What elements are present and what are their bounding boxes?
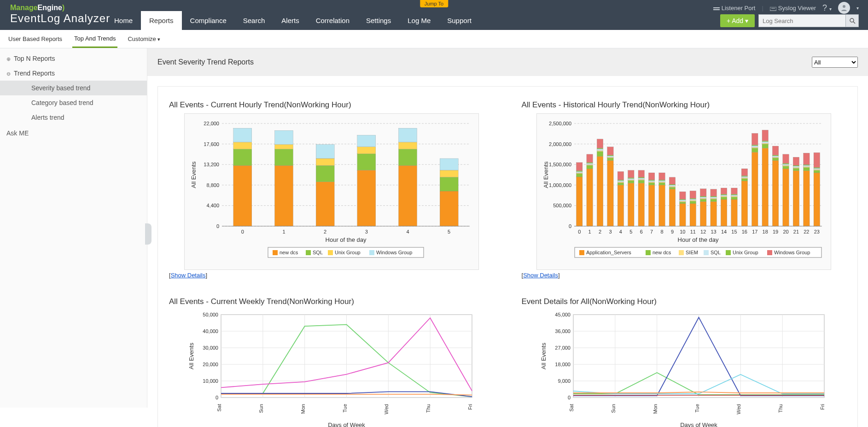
svg-text:10,000: 10,000 xyxy=(203,378,218,384)
svg-rect-110 xyxy=(628,180,634,181)
svg-text:20: 20 xyxy=(783,229,789,234)
chart-card-c1: All Events - Current Hourly Trend(NonWor… xyxy=(169,100,494,279)
svg-rect-150 xyxy=(690,204,696,226)
svg-text:All Events: All Events xyxy=(542,161,549,188)
svg-rect-144 xyxy=(680,202,686,204)
svg-rect-175 xyxy=(721,194,727,195)
log-search-input[interactable] xyxy=(758,14,846,27)
subnav-top-and-trends[interactable]: Top And Trends xyxy=(72,30,117,48)
svg-rect-2 xyxy=(770,7,776,11)
filter-select[interactable]: All xyxy=(812,57,858,68)
svg-rect-229 xyxy=(804,167,810,168)
sidebar-leaf-category-based-trend[interactable]: Category based trend xyxy=(0,95,147,110)
help-menu[interactable]: ? ▾ xyxy=(822,3,832,13)
svg-rect-27 xyxy=(274,130,293,144)
svg-rect-211 xyxy=(773,146,779,155)
svg-rect-185 xyxy=(741,181,747,226)
svg-rect-20 xyxy=(233,149,252,165)
svg-text:13,200: 13,200 xyxy=(204,162,219,167)
nav-tab-support[interactable]: Support xyxy=(439,11,480,30)
listener-port-link[interactable]: Listener Port xyxy=(713,5,756,12)
svg-rect-26 xyxy=(274,145,293,149)
svg-rect-75 xyxy=(577,173,583,174)
chart-title: Event Details for All(NonWorking Hour) xyxy=(522,297,847,306)
svg-rect-160 xyxy=(700,197,706,199)
add-button[interactable]: + Add xyxy=(720,14,755,27)
svg-rect-105 xyxy=(618,180,623,181)
svg-rect-208 xyxy=(773,157,779,158)
sidebar-leaf-severity-based-trend[interactable]: Severity based trend xyxy=(0,81,147,95)
syslog-viewer-link[interactable]: Syslog Viewer xyxy=(770,5,816,12)
user-avatar[interactable] xyxy=(838,2,850,14)
svg-rect-228 xyxy=(804,167,810,170)
svg-rect-190 xyxy=(741,169,747,175)
svg-text:17,600: 17,600 xyxy=(204,141,219,147)
svg-rect-36 xyxy=(357,147,376,154)
svg-text:2: 2 xyxy=(599,229,601,234)
svg-text:Days of Week: Days of Week xyxy=(680,421,717,427)
sidebar-leaf-alerts-trend[interactable]: Alerts trend xyxy=(0,110,147,125)
show-details-link[interactable]: Show Details xyxy=(171,272,206,279)
svg-rect-113 xyxy=(628,170,634,178)
sidebar-node-trend-reports[interactable]: ⊖Trend Reports xyxy=(0,66,147,81)
nav-tab-alerts[interactable]: Alerts xyxy=(273,11,307,30)
svg-rect-137 xyxy=(669,187,675,189)
ask-me-link[interactable]: Ask ME xyxy=(0,125,147,141)
svg-rect-76 xyxy=(577,171,583,173)
svg-rect-182 xyxy=(731,194,737,195)
sidebar-collapse-handle[interactable] xyxy=(145,223,151,245)
svg-rect-141 xyxy=(669,177,675,184)
user-menu-caret[interactable]: ▾ xyxy=(856,6,859,11)
svg-text:0: 0 xyxy=(569,223,571,229)
svg-text:20,000: 20,000 xyxy=(203,362,218,367)
jump-to-button[interactable]: Jump To xyxy=(420,0,448,7)
svg-rect-196 xyxy=(752,145,758,146)
sidebar-node-top-n-reports[interactable]: ⊕Top N Reports xyxy=(0,51,147,66)
svg-rect-236 xyxy=(814,170,820,170)
svg-text:17: 17 xyxy=(752,229,757,234)
svg-rect-85 xyxy=(587,154,593,163)
show-details-link[interactable]: Show Details xyxy=(523,272,558,279)
subnav-user-based-reports[interactable]: User Based Reports xyxy=(6,31,64,47)
main-nav: HomeReportsComplianceSearchAlertsCorrela… xyxy=(106,11,480,30)
svg-rect-203 xyxy=(762,140,768,141)
nav-tab-correlation[interactable]: Correlation xyxy=(308,11,358,30)
svg-text:Wed: Wed xyxy=(736,404,742,414)
svg-rect-112 xyxy=(628,178,634,179)
svg-rect-101 xyxy=(618,185,623,226)
svg-text:4,400: 4,400 xyxy=(206,203,219,208)
svg-rect-47 xyxy=(440,158,458,170)
nav-tab-log-me[interactable]: Log Me xyxy=(399,11,439,30)
svg-rect-216 xyxy=(783,164,789,165)
page-title: Event Severity Trend Reports xyxy=(157,58,254,66)
svg-text:21: 21 xyxy=(793,229,799,234)
svg-rect-234 xyxy=(814,173,820,226)
chart-card-c4: Event Details for All(NonWorking Hour) 0… xyxy=(522,297,847,427)
nav-tab-reports[interactable]: Reports xyxy=(141,11,182,30)
svg-rect-178 xyxy=(731,199,737,226)
svg-text:new dcs: new dcs xyxy=(652,250,671,255)
svg-text:18,000: 18,000 xyxy=(555,362,571,367)
nav-tab-settings[interactable]: Settings xyxy=(358,11,399,30)
svg-rect-157 xyxy=(700,201,706,226)
svg-text:4: 4 xyxy=(406,229,409,234)
svg-rect-90 xyxy=(597,149,603,151)
svg-rect-35 xyxy=(357,154,376,170)
svg-text:Sun: Sun xyxy=(611,404,616,413)
svg-rect-172 xyxy=(721,197,727,199)
nav-tab-search[interactable]: Search xyxy=(235,11,274,30)
nav-tab-home[interactable]: Home xyxy=(106,11,141,30)
svg-rect-232 xyxy=(804,153,810,164)
svg-rect-171 xyxy=(721,199,727,226)
svg-rect-123 xyxy=(649,182,655,185)
log-search-button[interactable] xyxy=(846,14,859,27)
svg-text:12: 12 xyxy=(700,229,706,234)
svg-text:Days of Week: Days of Week xyxy=(328,421,365,427)
svg-text:new dcs: new dcs xyxy=(280,250,298,255)
svg-rect-40 xyxy=(398,149,417,165)
subnav-customize[interactable]: Customize xyxy=(126,31,162,47)
svg-rect-83 xyxy=(587,164,593,165)
nav-tab-compliance[interactable]: Compliance xyxy=(182,11,235,30)
svg-text:Unix Group: Unix Group xyxy=(733,250,758,255)
syslog-icon xyxy=(770,6,776,11)
